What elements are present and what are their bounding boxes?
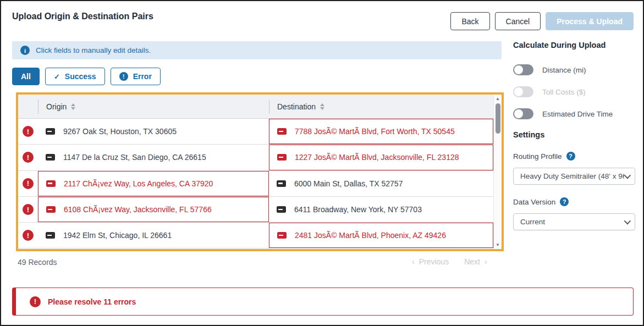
row-flag-cell: ! bbox=[18, 119, 38, 144]
chevron-down-icon bbox=[624, 218, 631, 225]
info-banner: i Click fields to manually edit details. bbox=[12, 41, 502, 59]
toggle-switch-icon[interactable] bbox=[513, 108, 533, 119]
info-icon: i bbox=[20, 46, 30, 55]
address-text: 2117 ChÃ¡vez Way, Los Angeles, CA 37920 bbox=[64, 179, 213, 188]
scroll-down-icon[interactable]: ▼ bbox=[494, 242, 502, 247]
filter-tabs: All ✓ Success ! Error bbox=[12, 68, 161, 85]
check-icon: ✓ bbox=[54, 73, 60, 81]
calculate-section-title: Calculate During Upload bbox=[513, 41, 639, 49]
distance-toggle[interactable]: Distance (mi) bbox=[513, 64, 639, 75]
address-text: 6000 Main St, Dallas, TX 52757 bbox=[294, 179, 403, 188]
address-text: 9267 Oak St, Houston, TX 30605 bbox=[63, 127, 177, 136]
filter-all-label: All bbox=[21, 72, 31, 81]
error-icon: ! bbox=[23, 152, 34, 163]
routing-profile-label: Routing Profile bbox=[513, 152, 562, 161]
header-actions: Back Cancel Process & Upload bbox=[450, 12, 634, 30]
cancel-button[interactable]: Cancel bbox=[495, 12, 541, 30]
error-icon: ! bbox=[23, 230, 34, 241]
edit-field-icon bbox=[277, 206, 286, 213]
routing-profile-value: Heavy Duty Semitrailer (48' x 96" bbox=[520, 172, 624, 180]
pagination: ‹ Previous Next › bbox=[412, 257, 487, 266]
filter-error[interactable]: ! Error bbox=[111, 68, 161, 85]
address-text: 6411 Broadway, New York, NY 57703 bbox=[294, 205, 422, 214]
edit-field-icon bbox=[46, 128, 55, 135]
toll-costs-toggle[interactable]: Toll Costs ($) bbox=[513, 86, 639, 97]
origin-header-label: Origin bbox=[46, 102, 67, 111]
address-text: 1147 De la Cruz St, San Diego, CA 26615 bbox=[63, 153, 206, 162]
error-icon: ! bbox=[23, 178, 34, 189]
row-flag-cell: ! bbox=[18, 171, 38, 196]
edit-field-icon bbox=[277, 232, 287, 239]
address-text: 7788 JosÃ© MartÃ Blvd, Fort Worth, TX 50… bbox=[295, 127, 455, 136]
table-row: !6108 ChÃ¡vez Way, Jacksonville, FL 5776… bbox=[18, 197, 502, 223]
edit-field-icon bbox=[46, 206, 56, 213]
address-text: 1227 JosÃ© MartÃ Blvd, Jacksonville, FL … bbox=[295, 153, 459, 162]
data-version-select[interactable]: Current bbox=[513, 213, 635, 230]
next-page-link[interactable]: Next › bbox=[464, 257, 487, 266]
filter-error-label: Error bbox=[133, 72, 152, 81]
address-text: 2481 JosÃ© MartÃ Blvd, Phoenix, AZ 49426 bbox=[295, 231, 446, 240]
routing-profile-label-row: Routing Profile ? bbox=[513, 152, 639, 161]
previous-page-link[interactable]: ‹ Previous bbox=[412, 257, 449, 266]
error-icon: ! bbox=[30, 296, 41, 307]
error-banner-text: Please resolve 11 errors bbox=[48, 297, 136, 306]
back-button[interactable]: Back bbox=[450, 12, 489, 30]
pairs-table: Origin Destination !9267 Oak St, Houston… bbox=[16, 92, 504, 251]
process-upload-button[interactable]: Process & Upload bbox=[546, 12, 634, 30]
address-text: 1942 Elm St, Chicago, IL 26661 bbox=[63, 231, 172, 240]
toggle-switch-icon[interactable] bbox=[513, 64, 533, 75]
chevron-down-icon bbox=[624, 172, 631, 179]
toggle-label: Toll Costs ($) bbox=[542, 88, 586, 96]
origin-cell[interactable]: 6108 ChÃ¡vez Way, Jacksonville, FL 57766 bbox=[38, 197, 269, 222]
table-row: !2117 ChÃ¡vez Way, Los Angeles, CA 37920… bbox=[18, 171, 502, 197]
sidebar: Calculate During Upload Distance (mi) To… bbox=[513, 41, 639, 230]
filter-success[interactable]: ✓ Success bbox=[45, 68, 105, 85]
error-icon: ! bbox=[23, 204, 34, 215]
data-version-value: Current bbox=[520, 218, 624, 226]
error-icon: ! bbox=[23, 126, 34, 137]
filter-all[interactable]: All bbox=[12, 68, 40, 85]
destination-cell[interactable]: 6000 Main St, Dallas, TX 52757 bbox=[269, 171, 493, 196]
row-flag-cell: ! bbox=[18, 197, 38, 222]
destination-cell[interactable]: 7788 JosÃ© MartÃ Blvd, Fort Worth, TX 50… bbox=[269, 119, 493, 144]
destination-column-header[interactable]: Destination bbox=[269, 100, 493, 114]
chevron-right-icon: › bbox=[485, 257, 487, 266]
edit-field-icon bbox=[46, 180, 56, 187]
records-count: 49 Records bbox=[18, 258, 57, 267]
chevron-left-icon: ‹ bbox=[412, 257, 415, 266]
address-text: 6108 ChÃ¡vez Way, Jacksonville, FL 57766 bbox=[64, 205, 212, 214]
table-scrollbar[interactable]: ▲ ▼ bbox=[493, 95, 502, 249]
destination-header-label: Destination bbox=[277, 102, 316, 111]
drive-time-toggle[interactable]: Estimated Drive Time bbox=[513, 108, 639, 119]
origin-column-header[interactable]: Origin bbox=[38, 100, 269, 114]
sort-icon[interactable] bbox=[71, 103, 75, 110]
previous-label: Previous bbox=[419, 257, 449, 266]
row-flag-cell: ! bbox=[18, 145, 38, 170]
edit-field-icon bbox=[46, 232, 55, 239]
origin-cell[interactable]: 1942 Elm St, Chicago, IL 26661 bbox=[38, 223, 269, 248]
table-header: Origin Destination bbox=[18, 95, 502, 119]
origin-cell[interactable]: 9267 Oak St, Houston, TX 30605 bbox=[38, 119, 269, 144]
table-row: !9267 Oak St, Houston, TX 306057788 JosÃ… bbox=[18, 119, 502, 145]
help-icon[interactable]: ? bbox=[560, 197, 569, 206]
destination-cell[interactable]: 2481 JosÃ© MartÃ Blvd, Phoenix, AZ 49426 bbox=[269, 223, 493, 248]
origin-cell[interactable]: 2117 ChÃ¡vez Way, Los Angeles, CA 37920 bbox=[38, 171, 269, 196]
toggle-list: Distance (mi) Toll Costs ($) Estimated D… bbox=[513, 64, 639, 119]
scroll-up-icon[interactable]: ▲ bbox=[494, 96, 502, 101]
edit-field-icon bbox=[277, 154, 287, 161]
sort-icon[interactable] bbox=[320, 103, 324, 110]
data-version-label-row: Data Version ? bbox=[513, 197, 639, 206]
help-icon[interactable]: ? bbox=[566, 152, 575, 161]
destination-cell[interactable]: 6411 Broadway, New York, NY 57703 bbox=[269, 197, 493, 222]
origin-cell[interactable]: 1147 De la Cruz St, San Diego, CA 26615 bbox=[38, 145, 269, 170]
destination-cell[interactable]: 1227 JosÃ© MartÃ Blvd, Jacksonville, FL … bbox=[269, 145, 493, 170]
next-label: Next bbox=[464, 257, 480, 266]
toggle-label: Distance (mi) bbox=[542, 66, 586, 74]
settings-section-title: Settings bbox=[513, 130, 639, 139]
info-banner-text: Click fields to manually edit details. bbox=[36, 46, 151, 54]
toggle-switch-icon[interactable] bbox=[513, 86, 533, 97]
edit-field-icon bbox=[46, 154, 55, 161]
routing-profile-select[interactable]: Heavy Duty Semitrailer (48' x 96" bbox=[513, 168, 635, 185]
table-body: !9267 Oak St, Houston, TX 306057788 JosÃ… bbox=[18, 119, 502, 248]
scrollbar-thumb[interactable] bbox=[496, 103, 500, 134]
